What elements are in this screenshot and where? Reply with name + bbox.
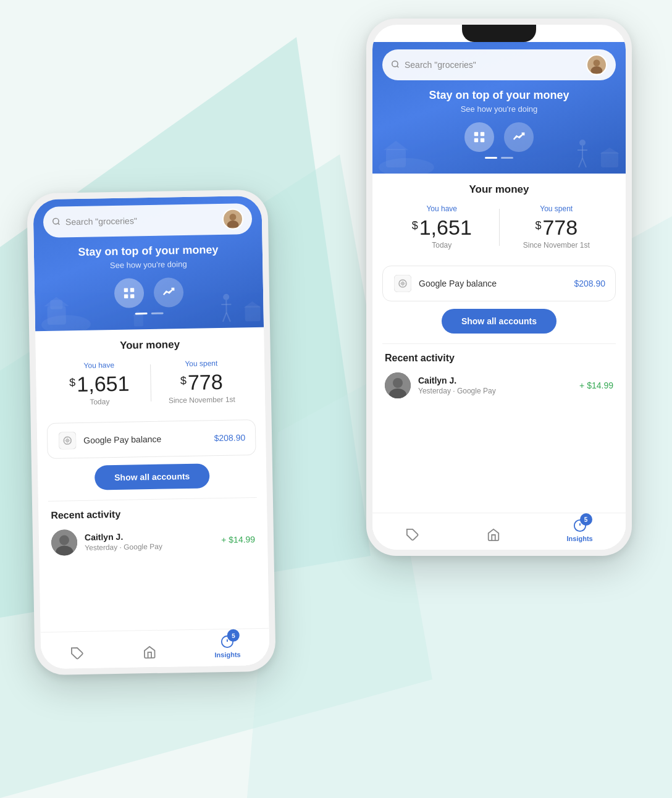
phone2-gpay-row[interactable]: Google Pay balance $208.90 (382, 266, 616, 301)
phone2-you-spent-label: You spent (500, 204, 614, 213)
phone1-insights-badge: 5 (227, 629, 240, 642)
phone2-recent-activity: Recent activity Caitlyn J. Yesterday · G… (372, 344, 626, 405)
phone1-dollar1: $ (69, 376, 75, 389)
phone2-nav-tag[interactable] (393, 527, 432, 542)
phone1-spent-num: 778 (188, 370, 223, 395)
phone1-header-title: Stay on top of your money (44, 243, 253, 259)
phone2-header-title: Stay on top of your money (382, 89, 616, 102)
phone2-header-tabs (382, 122, 616, 152)
phone2-you-spent: You spent $ 778 Since November 1st (500, 204, 614, 250)
phone2-gpay-label: Google Pay balance (419, 279, 574, 288)
phone2-header-subtitle: See how you're doing (382, 104, 616, 114)
phone2-insights-badge-wrap: 5 (573, 518, 587, 533)
phone1-activity-amount: + $14.99 (221, 534, 255, 545)
phone2-money-title: Your money (385, 183, 613, 196)
phone2-notch (462, 25, 536, 42)
phone1-dot-1 (135, 313, 148, 314)
phone1-bottom-nav: 5 Insights (41, 628, 270, 669)
phone2-spent-date: Since November 1st (500, 241, 614, 250)
phone1-avatar[interactable] (222, 208, 244, 230)
phone1-activity-sub: Yesterday · Google Pay (85, 541, 214, 552)
phone2-spent-num: 778 (542, 216, 578, 240)
phone1-you-have-amount: $ 1,651 (48, 371, 150, 397)
search-icon (52, 217, 61, 227)
phone2-money-row: You have $ 1,651 Today You spent $ 778 (385, 204, 613, 250)
phone2-activity-name: Caitlyn J. (418, 376, 572, 385)
phone1-tab-chart[interactable] (114, 278, 145, 308)
phone1-search-text: Search "groceries" (65, 214, 222, 227)
phone-1: Search "groceries" Stay on top of your m… (27, 190, 276, 676)
phone1-gpay-label: Google Pay balance (83, 433, 214, 445)
phone1-activity-info: Caitlyn J. Yesterday · Google Pay (85, 530, 214, 552)
svg-rect-41 (481, 132, 484, 136)
phone2-nav-home[interactable] (474, 527, 513, 542)
phone2-search-bar[interactable]: Search "groceries" (382, 49, 616, 80)
phone2-insights-label: Insights (567, 535, 593, 542)
svg-rect-10 (124, 294, 128, 298)
phone1-header-subtitle: See how you're doing (44, 258, 253, 271)
phone1-nav-home[interactable] (130, 645, 169, 660)
phone1-you-spent: You spent $ 778 Since November 1st (150, 358, 253, 405)
phone1-recent-activity: Recent activity Caitlyn J. Yesterday · G… (38, 498, 268, 562)
phone1-nav-tag[interactable] (57, 646, 97, 662)
phone1-search-bar[interactable]: Search "groceries" (43, 203, 253, 238)
phone2-bottom-nav: 5 Insights (372, 513, 626, 550)
phone2-dollar2: $ (535, 219, 541, 232)
phone2-dot-2 (501, 157, 513, 159)
phone1-you-spent-amount: $ 778 (151, 369, 253, 395)
phone1-you-spent-label: You spent (150, 358, 252, 369)
phone1-content: Your money You have $ 1,651 Today You sp… (35, 327, 269, 669)
phone2-search-icon (391, 60, 400, 70)
phone2-have-num: 1,651 (419, 216, 472, 240)
phone1-you-have: You have $ 1,651 Today (48, 360, 151, 407)
svg-line-4 (58, 223, 60, 225)
phone1-activity-item[interactable]: Caitlyn J. Yesterday · Google Pay + $14.… (51, 526, 256, 556)
phone2-activity-info: Caitlyn J. Yesterday · Google Pay (418, 376, 572, 395)
phone2-gpay-amount: $208.90 (574, 279, 605, 288)
phone2-activity-sub: Yesterday · Google Pay (418, 387, 572, 395)
phone2-tag-icon (405, 527, 420, 542)
phone2-you-have: You have $ 1,651 Today (385, 204, 499, 250)
phone2-you-have-label: You have (385, 204, 499, 213)
phone1-spent-date: Since November 1st (151, 395, 253, 405)
phone2-nav-insights[interactable]: 5 Insights (555, 518, 605, 542)
phone2-tab-chart[interactable] (464, 122, 494, 152)
phone2-recent-title: Recent activity (385, 353, 613, 364)
svg-point-35 (392, 61, 398, 66)
phone-2: Search "groceries" Stay on top of your m… (366, 19, 632, 556)
phone2-gpay-icon (393, 274, 413, 293)
phone2-content: Your money You have $ 1,651 Today You sp… (372, 174, 626, 550)
svg-point-38 (594, 59, 600, 66)
phone1-tab-trend[interactable] (154, 277, 184, 308)
svg-rect-9 (130, 288, 135, 292)
phone1-have-num: 1,651 (77, 372, 130, 397)
phone2-activity-item[interactable]: Caitlyn J. Yesterday · Google Pay + $14.… (385, 372, 613, 398)
phone2-you-spent-amount: $ 778 (500, 216, 614, 240)
phone1-header: Search "groceries" Stay on top of your m… (33, 196, 264, 331)
phone1-gpay-amount: $208.90 (214, 432, 245, 443)
svg-rect-11 (130, 294, 135, 298)
svg-point-58 (393, 378, 403, 388)
phone1-insights-badge-wrap: 5 (220, 634, 235, 649)
phone2-activity-amount: + $14.99 (579, 380, 613, 390)
svg-rect-42 (474, 138, 478, 142)
phone1-dollar2: $ (180, 374, 187, 387)
phone2-avatar[interactable] (586, 54, 607, 75)
phone1-money-title: Your money (48, 337, 251, 353)
phone1-recent-title: Recent activity (51, 506, 254, 521)
phone2-tab-trend[interactable] (504, 122, 534, 152)
phone1-header-tabs (44, 276, 254, 309)
phone2-tab-indicator (382, 157, 616, 161)
phone1-money-section: Your money You have $ 1,651 Today You sp… (35, 327, 266, 423)
phone1-gpay-row[interactable]: Google Pay balance $208.90 (47, 419, 256, 459)
phone1-home-icon (142, 645, 157, 660)
phone2-home-icon (486, 527, 501, 542)
phone1-show-all-button[interactable]: Show all accounts (94, 463, 210, 490)
phone2-show-all-button[interactable]: Show all accounts (442, 309, 556, 334)
svg-rect-40 (474, 132, 478, 136)
phone2-activity-avatar (385, 372, 411, 398)
phone1-activity-avatar (51, 529, 78, 556)
phone1-nav-insights[interactable]: 5 Insights (202, 634, 253, 658)
phone2-have-date: Today (385, 241, 499, 250)
svg-rect-43 (481, 138, 484, 142)
